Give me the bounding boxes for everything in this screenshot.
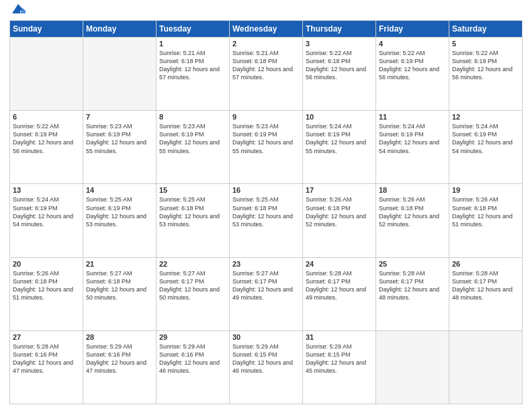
calendar-cell: 13Sunrise: 5:24 AMSunset: 6:19 PMDayligh… [10,184,83,257]
calendar-cell: 25Sunrise: 5:28 AMSunset: 6:17 PMDayligh… [376,257,449,330]
calendar-week-row: 27Sunrise: 5:28 AMSunset: 6:16 PMDayligh… [10,330,523,404]
day-number: 19 [452,186,519,194]
calendar-cell: 11Sunrise: 5:24 AMSunset: 6:19 PMDayligh… [376,111,449,184]
day-number: 20 [13,260,80,268]
calendar-cell: 18Sunrise: 5:26 AMSunset: 6:18 PMDayligh… [376,184,449,257]
day-number: 2 [232,40,300,48]
calendar-cell: 19Sunrise: 5:26 AMSunset: 6:18 PMDayligh… [449,184,523,257]
cell-info: Sunrise: 5:24 AMSunset: 6:19 PMDaylight:… [379,122,446,155]
day-number: 6 [13,113,80,121]
weekday-header: Friday [376,21,449,38]
calendar-cell [83,38,157,111]
calendar-cell [10,38,83,111]
day-number: 26 [452,260,519,268]
cell-info: Sunrise: 5:27 AMSunset: 6:17 PMDaylight:… [232,269,300,302]
calendar-cell: 2Sunrise: 5:21 AMSunset: 6:18 PMDaylight… [230,38,303,111]
day-number: 30 [232,333,300,341]
calendar-cell: 15Sunrise: 5:25 AMSunset: 6:18 PMDayligh… [157,184,230,257]
calendar-cell: 4Sunrise: 5:22 AMSunset: 6:19 PMDaylight… [376,38,449,111]
day-number: 28 [86,333,153,341]
day-number: 22 [159,260,226,268]
day-number: 14 [86,186,153,194]
day-number: 1 [159,40,226,48]
calendar-cell: 8Sunrise: 5:23 AMSunset: 6:19 PMDaylight… [157,111,230,184]
cell-info: Sunrise: 5:26 AMSunset: 6:18 PMDaylight:… [452,195,519,228]
day-number: 9 [232,113,300,121]
cell-info: Sunrise: 5:24 AMSunset: 6:19 PMDaylight:… [13,195,80,228]
cell-info: Sunrise: 5:29 AMSunset: 6:16 PMDaylight:… [86,342,153,375]
logo-icon [11,1,26,16]
calendar-cell: 1Sunrise: 5:21 AMSunset: 6:18 PMDaylight… [157,38,230,111]
calendar-cell: 28Sunrise: 5:29 AMSunset: 6:16 PMDayligh… [83,330,157,404]
calendar-cell: 14Sunrise: 5:25 AMSunset: 6:19 PMDayligh… [83,184,157,257]
day-number: 25 [379,260,446,268]
calendar-cell: 9Sunrise: 5:23 AMSunset: 6:19 PMDaylight… [230,111,303,184]
day-number: 11 [379,113,446,121]
cell-info: Sunrise: 5:23 AMSunset: 6:19 PMDaylight:… [232,122,300,155]
weekday-header: Wednesday [230,21,303,38]
day-number: 12 [452,113,519,121]
cell-info: Sunrise: 5:22 AMSunset: 6:19 PMDaylight:… [13,122,80,155]
cell-info: Sunrise: 5:23 AMSunset: 6:19 PMDaylight:… [159,122,226,155]
cell-info: Sunrise: 5:26 AMSunset: 6:18 PMDaylight:… [13,269,80,302]
calendar-cell: 24Sunrise: 5:28 AMSunset: 6:17 PMDayligh… [303,257,376,330]
day-number: 10 [306,113,373,121]
cell-info: Sunrise: 5:27 AMSunset: 6:17 PMDaylight:… [159,269,226,302]
day-number: 27 [13,333,80,341]
day-number: 18 [379,186,446,194]
calendar-cell: 16Sunrise: 5:25 AMSunset: 6:18 PMDayligh… [230,184,303,257]
calendar-week-row: 20Sunrise: 5:26 AMSunset: 6:18 PMDayligh… [10,257,523,330]
page: SundayMondayTuesdayWednesdayThursdayFrid… [0,0,532,411]
day-number: 13 [13,186,80,194]
cell-info: Sunrise: 5:29 AMSunset: 6:15 PMDaylight:… [232,342,300,375]
cell-info: Sunrise: 5:24 AMSunset: 6:19 PMDaylight:… [306,122,373,155]
calendar-cell: 12Sunrise: 5:24 AMSunset: 6:19 PMDayligh… [449,111,523,184]
day-number: 15 [159,186,226,194]
cell-info: Sunrise: 5:22 AMSunset: 6:18 PMDaylight:… [306,49,373,82]
day-number: 4 [379,40,446,48]
day-number: 8 [159,113,226,121]
calendar-week-row: 6Sunrise: 5:22 AMSunset: 6:19 PMDaylight… [10,111,523,184]
cell-info: Sunrise: 5:21 AMSunset: 6:18 PMDaylight:… [159,49,226,82]
day-number: 7 [86,113,153,121]
day-number: 29 [159,333,226,341]
calendar-cell: 30Sunrise: 5:29 AMSunset: 6:15 PMDayligh… [230,330,303,404]
cell-info: Sunrise: 5:28 AMSunset: 6:17 PMDaylight:… [306,269,373,302]
cell-info: Sunrise: 5:23 AMSunset: 6:19 PMDaylight:… [86,122,153,155]
cell-info: Sunrise: 5:26 AMSunset: 6:18 PMDaylight:… [379,195,446,228]
cell-info: Sunrise: 5:25 AMSunset: 6:18 PMDaylight:… [232,195,300,228]
calendar-cell: 22Sunrise: 5:27 AMSunset: 6:17 PMDayligh… [157,257,230,330]
calendar-cell: 27Sunrise: 5:28 AMSunset: 6:16 PMDayligh… [10,330,83,404]
calendar-cell: 23Sunrise: 5:27 AMSunset: 6:17 PMDayligh… [230,257,303,330]
logo [9,7,26,16]
cell-info: Sunrise: 5:28 AMSunset: 6:16 PMDaylight:… [13,342,80,375]
cell-info: Sunrise: 5:27 AMSunset: 6:18 PMDaylight:… [86,269,153,302]
cell-info: Sunrise: 5:25 AMSunset: 6:19 PMDaylight:… [86,195,153,228]
cell-info: Sunrise: 5:29 AMSunset: 6:16 PMDaylight:… [159,342,226,375]
cell-info: Sunrise: 5:21 AMSunset: 6:18 PMDaylight:… [232,49,300,82]
calendar-cell: 7Sunrise: 5:23 AMSunset: 6:19 PMDaylight… [83,111,157,184]
cell-info: Sunrise: 5:25 AMSunset: 6:18 PMDaylight:… [159,195,226,228]
day-number: 31 [306,333,373,341]
cell-info: Sunrise: 5:29 AMSunset: 6:15 PMDaylight:… [306,342,373,375]
cell-info: Sunrise: 5:22 AMSunset: 6:19 PMDaylight:… [379,49,446,82]
day-number: 21 [86,260,153,268]
day-number: 5 [452,40,519,48]
calendar-cell: 3Sunrise: 5:22 AMSunset: 6:18 PMDaylight… [303,38,376,111]
calendar-cell [449,330,523,404]
calendar-cell: 10Sunrise: 5:24 AMSunset: 6:19 PMDayligh… [303,111,376,184]
calendar-table: SundayMondayTuesdayWednesdayThursdayFrid… [9,20,523,404]
calendar-cell: 29Sunrise: 5:29 AMSunset: 6:16 PMDayligh… [157,330,230,404]
calendar-cell: 6Sunrise: 5:22 AMSunset: 6:19 PMDaylight… [10,111,83,184]
day-number: 3 [306,40,373,48]
calendar-cell: 17Sunrise: 5:26 AMSunset: 6:18 PMDayligh… [303,184,376,257]
calendar-cell: 5Sunrise: 5:22 AMSunset: 6:19 PMDaylight… [449,38,523,111]
cell-info: Sunrise: 5:22 AMSunset: 6:19 PMDaylight:… [452,49,519,82]
weekday-header: Sunday [10,21,83,38]
day-number: 23 [232,260,300,268]
calendar-cell: 26Sunrise: 5:28 AMSunset: 6:17 PMDayligh… [449,257,523,330]
weekday-header: Thursday [303,21,376,38]
calendar-cell: 21Sunrise: 5:27 AMSunset: 6:18 PMDayligh… [83,257,157,330]
header [9,7,523,16]
calendar-week-row: 1Sunrise: 5:21 AMSunset: 6:18 PMDaylight… [10,38,523,111]
